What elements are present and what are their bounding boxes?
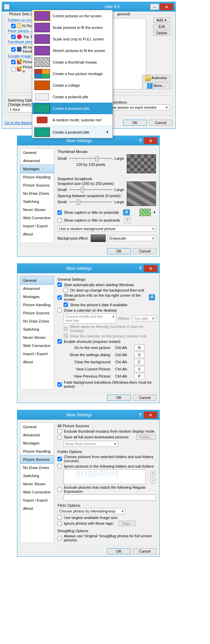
tab-general[interactable]: General <box>20 276 54 285</box>
tab-advanced[interactable]: Advanced <box>20 431 54 439</box>
tab-about[interactable]: About <box>20 230 54 238</box>
delete-button[interactable]: Delete <box>153 30 170 36</box>
regex-input[interactable] <box>64 494 156 501</box>
random-bg-select[interactable]: Use a random background picture <box>57 226 156 232</box>
cancel-button[interactable]: Cancel <box>133 248 157 254</box>
close-button[interactable]: ✕ <box>144 137 157 144</box>
chk-smugmug-original[interactable] <box>57 536 62 540</box>
close-button[interactable]: ✕ <box>144 265 157 272</box>
help-button[interactable]: ? <box>139 138 142 143</box>
mode-scale-crop[interactable]: Scale and crop to FULL screen <box>32 33 112 45</box>
tab-montages[interactable]: Montages <box>20 293 54 301</box>
chk-caption-postcard[interactable] <box>57 218 62 223</box>
tab-advanced[interactable]: Advanced <box>20 157 54 165</box>
tab-import-export[interactable]: Import / Export <box>20 496 54 504</box>
add-folder-button[interactable]: + <box>150 470 156 476</box>
tab-web-connection[interactable]: Web Connection <box>20 342 54 350</box>
mode-collage[interactable]: Create a collage <box>32 80 112 91</box>
tab-no-draw-zones[interactable]: No Draw Zones <box>20 464 54 472</box>
font-icon[interactable]: A <box>123 209 130 215</box>
tab-no-draw-zones[interactable]: No Draw Zones <box>20 189 54 197</box>
mode-postcard-pile[interactable]: Create a postcard pile <box>32 103 112 114</box>
cancel-button[interactable]: Cancel <box>133 395 157 401</box>
ok-button[interactable]: OK <box>123 120 147 126</box>
minimize-button[interactable]: – <box>150 4 159 10</box>
edit-button[interactable]: Edit <box>153 24 170 29</box>
mode-scale-fit[interactable]: Scale pictures to fit the screen <box>32 22 112 33</box>
tab-general[interactable]: General <box>20 149 54 157</box>
mode-random[interactable]: A random mode, surprise me! <box>32 114 112 126</box>
chk-calendar[interactable] <box>57 308 62 312</box>
tab-about[interactable]: About <box>20 504 54 512</box>
chk-startup-exit[interactable] <box>64 288 68 292</box>
ok-button[interactable]: OK <box>107 248 131 254</box>
tab-montages[interactable]: Montages <box>20 164 54 173</box>
ok-button[interactable]: OK <box>107 395 131 401</box>
tab-montages[interactable]: Montages <box>20 439 54 447</box>
close-button[interactable]: ✕ <box>160 3 173 10</box>
tab-general[interactable]: General <box>20 423 54 431</box>
mosaic-size-slider[interactable] <box>69 155 112 162</box>
tab-web-connection[interactable]: Web Connection <box>20 488 54 496</box>
tab-picture-sources[interactable]: Picture Sources <box>20 181 54 189</box>
chk-friends[interactable] <box>11 47 16 52</box>
chk-save-fullsize[interactable] <box>57 435 62 439</box>
chk-ignore-tags[interactable] <box>57 521 62 526</box>
help-button[interactable]: ? <box>139 412 142 418</box>
tab-switching[interactable]: Switching <box>20 472 54 480</box>
add-button[interactable]: Add ▼ <box>153 17 170 23</box>
snapshot-size-slider[interactable] <box>69 186 112 193</box>
chk-ignore-folders[interactable] <box>57 464 62 468</box>
chk-testfiles[interactable] <box>11 24 16 28</box>
ignore-folders-list[interactable] <box>64 469 146 484</box>
close-button[interactable]: ✕ <box>144 412 157 418</box>
chk-fade[interactable] <box>57 382 62 387</box>
sc-key-settings[interactable]: S <box>134 352 144 358</box>
chk-recurse[interactable] <box>57 457 62 461</box>
flickr-sort-select[interactable]: Choose photos by interestingness <box>57 508 125 514</box>
chk-shortcuts[interactable] <box>57 339 62 344</box>
chk-show-info[interactable] <box>57 295 62 300</box>
tab-switching[interactable]: Switching <box>20 197 54 206</box>
sc-key-view-current[interactable]: V <box>134 366 144 372</box>
mode-polaroid-pile[interactable]: Create a polaroid pile <box>32 91 112 103</box>
mode-thumbnail-mosaic[interactable]: Create a thumbnail mosaic <box>32 56 112 68</box>
tab-picture-handling[interactable]: Picture Handling <box>20 301 54 309</box>
cancel-button[interactable]: Cancel <box>149 120 173 126</box>
tab-import-export[interactable]: Import / Export <box>20 350 54 358</box>
sc-key-next[interactable]: N <box>134 345 144 351</box>
chk-caption-polaroid[interactable] <box>57 210 62 215</box>
chk-largest[interactable] <box>57 515 62 520</box>
palette-button[interactable] <box>139 209 151 216</box>
tab-web-connection[interactable]: Web Connection <box>20 214 54 222</box>
chk-pics2[interactable] <box>11 67 16 71</box>
mode-combo[interactable]: Create a postcard pile <box>32 126 112 138</box>
tab-picture-handling[interactable]: Picture Handling <box>20 173 54 181</box>
spacing-slider[interactable] <box>69 198 112 205</box>
tab-no-draw-zones[interactable]: No Draw Zones <box>20 317 54 325</box>
chk-regex[interactable] <box>57 487 62 492</box>
chk-exclude-mosaic[interactable] <box>57 429 62 433</box>
effect-select[interactable]: Grayscale <box>108 235 156 241</box>
cancel-button[interactable]: Cancel <box>133 548 157 554</box>
mode-stretch[interactable]: Stretch pictures to fit the screen <box>32 45 112 56</box>
tab-advanced[interactable]: Advanced <box>20 284 54 293</box>
remove-folder-button[interactable]: − <box>150 477 156 484</box>
chk-pics1[interactable] <box>11 60 16 64</box>
ok-button[interactable]: OK <box>107 548 131 554</box>
chk-show-date[interactable] <box>64 302 68 307</box>
tab-picture-sources[interactable]: Picture Sources <box>20 309 54 317</box>
mode-four-montage[interactable]: Create a four-picture montage <box>32 68 112 80</box>
more-button[interactable]: iMore... <box>142 83 170 89</box>
tab-about[interactable]: About <box>20 358 54 366</box>
tab-switching[interactable]: Switching <box>20 325 54 333</box>
tab-picture-sources[interactable]: Picture Sources <box>20 455 54 464</box>
sc-key-clear[interactable]: C <box>134 359 144 365</box>
sc-key-view-prev[interactable]: P <box>134 373 144 379</box>
tab-never-shown[interactable]: Never Shown <box>20 333 54 342</box>
tab-never-shown[interactable]: Never Shown <box>20 480 54 488</box>
tab-never-shown[interactable]: Never Shown <box>20 206 54 214</box>
chk-start-auto[interactable] <box>57 282 62 287</box>
tab-picture-handling[interactable]: Picture Handling <box>20 447 54 455</box>
authorise-button[interactable]: Authorise <box>142 75 170 82</box>
